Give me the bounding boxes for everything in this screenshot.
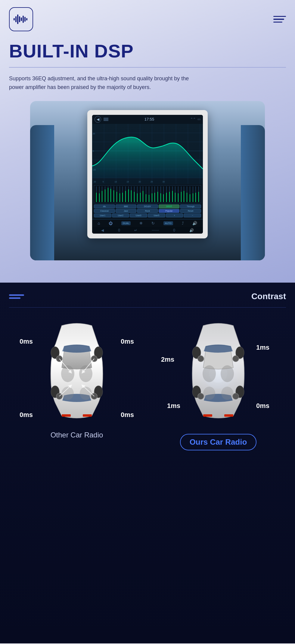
eq-slider[interactable] [198,186,200,202]
user2-preset[interactable]: User2 [112,213,129,217]
vent-icon[interactable]: ⤴ [182,221,184,225]
eq-slider[interactable] [104,186,106,202]
user1-preset[interactable]: User1 [94,213,111,217]
svg-text:15: 15 [126,181,129,183]
user5-preset[interactable]: User5 [148,213,165,217]
eq-slider[interactable] [101,186,103,202]
eq-slider[interactable] [116,186,117,202]
bbe-button[interactable]: BBE [116,204,137,208]
recirculate-icon[interactable]: ↻ [151,221,155,225]
our-car-caption[interactable]: Ours Car Radio [180,434,257,450]
home-icon[interactable]: ⌂ [98,221,100,225]
menu-line-1 [273,16,286,17]
eq-preset-row: Classical Jazz Rock Popular Reset [94,209,201,213]
eq-slider[interactable] [160,186,161,202]
eq-slider[interactable] [119,186,120,202]
eq-slider[interactable] [110,186,112,202]
remove-preset[interactable]: − [184,213,201,217]
eq-slider[interactable] [195,186,197,202]
screen-status-icons: ⌃⌃ ▭ [190,117,200,121]
reset-preset[interactable]: Reset [180,209,201,213]
screen-bezel: ◀ 17:55 ⌃⌃ ▭ [87,110,208,238]
popular-preset[interactable]: Popular [159,209,180,213]
screen-topbar-left: ◀ [95,116,108,123]
add-preset[interactable]: + [166,213,183,217]
jazz-preset[interactable]: Jazz [116,209,137,213]
our-car-box: 2ms 1ms 1ms 0ms [161,320,275,450]
screen-display: ◀ 17:55 ⌃⌃ ▭ [92,115,203,234]
eq-slider[interactable] [175,186,176,202]
svg-text:10: 10 [115,181,117,183]
our-top-right-ms: 1ms [256,344,269,351]
svg-rect-2 [17,14,18,24]
screen-bottombar: ⌂ ⏻ DUAL ❄ ↻ AUTO ⤴ 🔊 [92,219,203,227]
other-car-svg [38,320,116,422]
volume-icon[interactable]: 🔊 [192,221,197,225]
srs-button[interactable]: SRS® [159,204,180,208]
eq-slider[interactable] [95,186,97,202]
screen-nav: ◀ 0 ↵ ⋯⋯ 0 🔊 [92,227,203,234]
nav-back[interactable]: ◀ [101,228,104,232]
eq-slider[interactable] [180,186,182,202]
eq-slider[interactable] [107,186,109,202]
eq-slider[interactable] [163,186,164,202]
contrast-label: Contrast [251,292,286,301]
eq-slider[interactable] [192,186,194,202]
eq-slider[interactable] [142,186,144,202]
nav-temp-control[interactable]: ⋯⋯ [152,228,159,232]
svg-rect-5 [23,16,24,23]
dts-button[interactable]: dts [94,204,115,208]
nav-vol-right[interactable]: 🔊 [189,228,194,232]
classical-preset[interactable]: Classical [94,209,115,213]
eq-slider[interactable] [139,186,141,202]
rock-preset[interactable]: Rock [137,209,158,213]
eq-user-presets: User1 User2 User3 User5 + − [94,213,201,217]
hamburger-menu-button[interactable] [273,16,286,23]
right-door-panel [241,125,265,260]
auto-label[interactable]: AUTO [163,221,173,225]
eq-slider[interactable] [169,186,170,202]
svg-rect-4 [21,17,22,21]
svg-point-60 [233,356,239,362]
eq-slider[interactable] [186,186,188,202]
eq-slider[interactable] [122,186,123,202]
other-car-box: 0ms 0ms 0ms 0ms [20,320,134,439]
eq-slider[interactable] [154,186,156,202]
svg-rect-3 [19,16,20,22]
eq-slider[interactable] [131,186,132,202]
eq-slider[interactable] [128,186,129,202]
eq-slider[interactable] [177,186,179,202]
ac-icon[interactable]: ❄ [139,221,143,225]
other-top-right-ms: 0ms [121,338,134,345]
eq-slider[interactable] [151,186,153,202]
our-top-left-ms: 2ms [161,356,174,363]
our-bottom-left-ms: 1ms [167,402,180,410]
eq-slider[interactable] [134,186,135,202]
eq-slider[interactable] [157,186,158,202]
eq-mode-buttons: dts BBE DOLBY SRS® Through [94,204,201,208]
eq-slider[interactable] [136,186,138,202]
eq-slider[interactable] [113,186,115,202]
subtitle-text: Supports 36EQ adjustment, and the ultra-… [9,74,196,92]
svg-text:20: 20 [94,181,96,183]
power-icon[interactable]: ⏻ [109,221,113,225]
through-button[interactable]: Through [180,204,201,208]
eq-slider[interactable] [189,186,191,202]
eq-slider[interactable] [98,186,100,202]
eq-slider[interactable] [183,186,185,202]
eq-slider[interactable] [148,186,150,202]
other-top-left-ms: 0ms [20,338,33,345]
dolby-button[interactable]: DOLBY [137,204,158,208]
nav-return[interactable]: ↵ [134,228,137,232]
dual-label[interactable]: DUAL [121,221,131,225]
user3-preset[interactable]: User3 [130,213,147,217]
back-button[interactable]: ◀ [95,116,101,123]
eq-slider[interactable] [166,186,167,202]
svg-text:5: 5 [103,181,104,183]
eq-slider[interactable] [172,186,173,202]
eq-slider[interactable] [125,186,126,202]
battery-icon: ▭ [197,117,200,121]
contrast-line-2 [9,297,20,299]
nav-zero-right: 0 [173,228,175,232]
eq-slider[interactable] [145,186,147,202]
